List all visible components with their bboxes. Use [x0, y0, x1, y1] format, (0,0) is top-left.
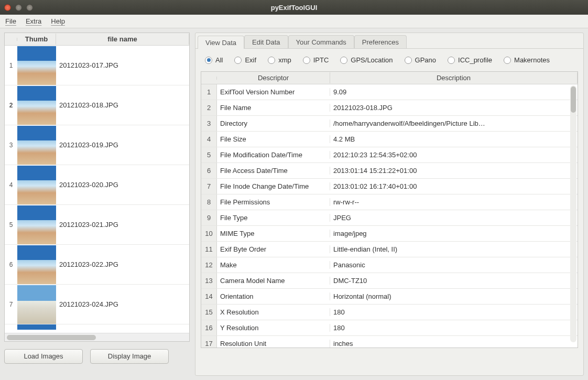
filter-iptc-label: IPTC [313, 56, 329, 64]
file-row[interactable]: 620121023-022.JPG [5, 245, 189, 285]
table-row[interactable]: 1ExifTool Version Number9.09 [201, 84, 578, 100]
row-descriptor: Camera Model Name [217, 277, 330, 285]
row-value: 2013:01:14 15:21:22+01:00 [330, 167, 578, 175]
row-descriptor: Make [217, 261, 330, 269]
file-list[interactable]: 120121023-017.JPG220121023-018.JPG320121… [5, 46, 189, 330]
file-row[interactable]: 120121023-017.JPG [5, 46, 189, 85]
titlebar: pyExifToolGUI [0, 0, 588, 15]
row-descriptor: Resolution Unit [217, 340, 330, 348]
tab-view-data[interactable]: View Data [198, 36, 244, 49]
row-index: 9 [201, 210, 217, 225]
table-row[interactable]: 13Camera Model NameDMC-TZ10 [201, 273, 578, 289]
filter-icc-label: ICC_profile [458, 56, 492, 64]
file-row-index: 2 [5, 102, 17, 109]
horizontal-scrollbar[interactable] [5, 333, 189, 341]
radio-icon [303, 57, 310, 64]
thumbnail-image [17, 285, 56, 324]
table-row[interactable]: 9File TypeJPEG [201, 210, 578, 226]
data-table-body[interactable]: 1ExifTool Version Number9.092File Name20… [201, 84, 578, 348]
table-row[interactable]: 17Resolution Unitinches [201, 336, 578, 348]
row-index: 4 [201, 132, 217, 147]
table-row[interactable]: 8File Permissionsrw-rw-r-- [201, 194, 578, 210]
table-row[interactable]: 7File Inode Change Date/Time2013:01:02 1… [201, 179, 578, 194]
row-value: Panasonic [330, 261, 578, 269]
file-row-index: 4 [5, 181, 17, 189]
tab-edit-data[interactable]: Edit Data [244, 35, 288, 48]
menubar: File Extra Help [0, 15, 588, 28]
file-row[interactable]: 220121023-018.JPG [5, 85, 189, 125]
load-images-button[interactable]: Load Images [4, 349, 83, 364]
filter-iptc[interactable]: IPTC [303, 56, 329, 64]
row-value: rw-rw-r-- [330, 198, 578, 206]
dth-description[interactable]: Description [330, 72, 578, 83]
table-row[interactable]: 10MIME Typeimage/jpeg [201, 226, 578, 242]
file-row[interactable]: 320121023-019.JPG [5, 125, 189, 165]
radio-icon [268, 57, 275, 64]
table-row[interactable]: 14OrientationHorizontal (normal) [201, 289, 578, 305]
col-thumb[interactable]: Thumb [17, 34, 56, 45]
table-row[interactable]: 11Exif Byte OrderLittle-endian (Intel, I… [201, 242, 578, 257]
display-image-button[interactable]: Display Image [90, 349, 169, 364]
col-index[interactable] [5, 38, 17, 41]
file-row-index: 6 [5, 261, 17, 268]
menu-extra[interactable]: Extra [26, 17, 41, 25]
filter-xmp-label: xmp [278, 56, 291, 64]
row-index: 17 [201, 336, 217, 348]
row-descriptor: Orientation [217, 292, 330, 300]
filter-maker-label: Makernotes [514, 56, 550, 64]
table-row[interactable]: 3Directory/home/harryvanderwolf/Afbeeldi… [201, 116, 578, 132]
filter-gps[interactable]: GPS/Location [340, 56, 393, 64]
thumbnail-image [17, 324, 56, 330]
file-row[interactable] [5, 324, 189, 330]
filter-all-label: All [215, 56, 223, 64]
row-index: 8 [201, 194, 217, 210]
row-descriptor: Directory [217, 120, 330, 127]
tab-your-commands[interactable]: Your Commands [288, 35, 354, 48]
dth-index[interactable] [201, 77, 217, 80]
thumbnail-image [17, 126, 56, 165]
radio-icon [340, 57, 347, 64]
menu-file[interactable]: File [5, 17, 16, 25]
row-index: 6 [201, 163, 217, 178]
file-row[interactable]: 520121023-021.JPG [5, 205, 189, 245]
filter-makernotes[interactable]: Makernotes [504, 56, 550, 64]
vertical-scrollbar[interactable] [570, 85, 576, 342]
filter-row: All Exif xmp IPTC GPS/Location GPano ICC… [195, 49, 583, 71]
row-descriptor: X Resolution [217, 308, 330, 316]
filter-all[interactable]: All [205, 56, 223, 64]
file-row-index: 7 [5, 301, 17, 308]
filter-exif[interactable]: Exif [234, 56, 256, 64]
file-name: 20121023-021.JPG [56, 221, 189, 229]
radio-icon [205, 57, 212, 64]
table-row[interactable]: 15X Resolution180 [201, 305, 578, 320]
dth-descriptor[interactable]: Descriptor [217, 72, 330, 83]
row-value: 20121023-018.JPG [330, 104, 578, 112]
row-index: 14 [201, 289, 217, 304]
row-index: 1 [201, 84, 217, 100]
file-list-frame: Thumb file name 120121023-017.JPG2201210… [4, 32, 190, 342]
table-row[interactable]: 5File Modification Date/Time2012:10:23 1… [201, 147, 578, 163]
table-row[interactable]: 2File Name20121023-018.JPG [201, 100, 578, 116]
filter-xmp[interactable]: xmp [268, 56, 291, 64]
row-index: 7 [201, 179, 217, 194]
file-name: 20121023-018.JPG [56, 101, 189, 109]
row-descriptor: File Name [217, 104, 330, 112]
thumbnail-image [17, 205, 56, 244]
tab-preferences[interactable]: Preferences [354, 35, 407, 48]
table-row[interactable]: 6File Access Date/Time2013:01:14 15:21:2… [201, 163, 578, 179]
menu-help[interactable]: Help [51, 17, 65, 25]
filter-gpano-label: GPano [415, 56, 436, 64]
file-name: 20121023-019.JPG [56, 141, 189, 149]
filter-icc[interactable]: ICC_profile [448, 56, 492, 64]
file-row[interactable]: 420121023-020.JPG [5, 165, 189, 205]
thumbnail-image [17, 86, 56, 125]
filter-gpano[interactable]: GPano [405, 56, 436, 64]
table-row[interactable]: 12MakePanasonic [201, 257, 578, 273]
file-row[interactable]: 720121023-024.JPG [5, 285, 189, 324]
table-row[interactable]: 16Y Resolution180 [201, 320, 578, 336]
col-filename[interactable]: file name [56, 34, 189, 45]
table-row[interactable]: 4File Size4.2 MB [201, 132, 578, 147]
row-value: 2012:10:23 12:54:35+02:00 [330, 151, 578, 159]
file-list-header: Thumb file name [5, 33, 189, 46]
row-descriptor: File Modification Date/Time [217, 151, 330, 159]
